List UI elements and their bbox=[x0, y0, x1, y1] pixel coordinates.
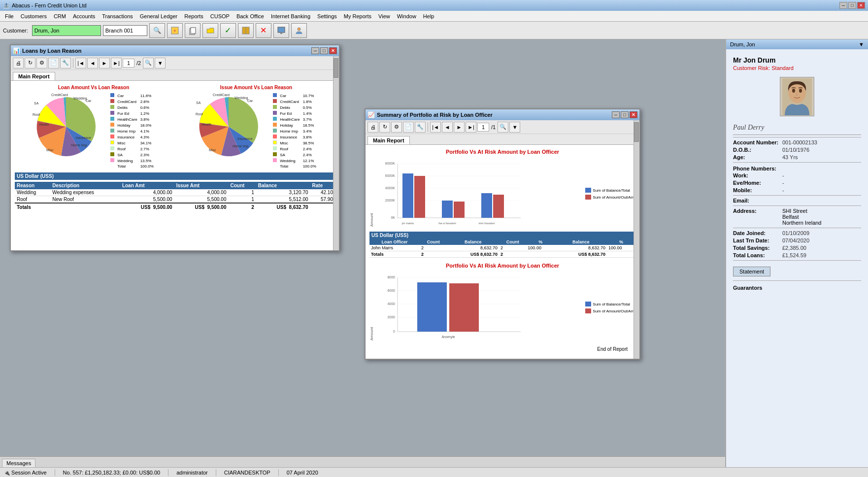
menu-my-reports[interactable]: My Reports bbox=[341, 12, 374, 20]
copy-button[interactable] bbox=[185, 23, 200, 38]
address-line2: Belfast bbox=[782, 214, 822, 220]
svg-text:Insurance: Insurance bbox=[237, 137, 253, 140]
loans-refresh-btn[interactable]: ↻ bbox=[25, 58, 35, 68]
svg-text:0K: 0K bbox=[391, 216, 395, 219]
loans-window-controls: ─ □ ✕ bbox=[311, 47, 337, 54]
legend2-item-red: Sum of Amount/Out/Arrs bbox=[585, 308, 635, 313]
user-button[interactable] bbox=[291, 23, 307, 38]
search-button[interactable]: 🔍 bbox=[149, 23, 165, 38]
divider6 bbox=[733, 260, 861, 261]
loans-zoom-btn[interactable]: 🔍 bbox=[143, 58, 154, 68]
divider2 bbox=[733, 162, 861, 163]
address-block: SHI Street Belfast Northern Ireland bbox=[782, 208, 822, 226]
portfolio-restore-btn[interactable]: □ bbox=[621, 111, 629, 118]
loans-filter-btn[interactable]: 🔧 bbox=[60, 58, 71, 68]
portfolio-scroll-thumb[interactable] bbox=[634, 122, 639, 142]
portfolio-zoom-btn[interactable]: 🔍 bbox=[498, 122, 508, 133]
menu-general-ledger[interactable]: General Ledger bbox=[137, 12, 180, 20]
menu-settings[interactable]: Settings bbox=[314, 12, 340, 20]
loans-nav-prev[interactable]: ◄ bbox=[87, 58, 98, 68]
minimize-button[interactable]: ─ bbox=[839, 2, 847, 9]
new-button[interactable]: + bbox=[167, 23, 183, 38]
loans-restore-btn[interactable]: □ bbox=[320, 47, 328, 54]
portfolio-filter-btn[interactable]: 🔧 bbox=[415, 122, 426, 133]
loans-page-input[interactable] bbox=[123, 59, 134, 68]
close-button[interactable]: ✕ bbox=[857, 2, 865, 9]
messages-tab[interactable]: Messages bbox=[2, 459, 35, 467]
svg-text:6000K: 6000K bbox=[385, 174, 396, 177]
svg-text:jm mains: jm mains bbox=[401, 222, 414, 225]
menu-view[interactable]: View bbox=[375, 12, 393, 20]
statement-button[interactable]: Statement bbox=[733, 267, 770, 276]
sep2 bbox=[428, 122, 428, 132]
branch-input[interactable] bbox=[103, 25, 147, 36]
bar-chart1-legend: Sum of Balance/Total Sum of Amount/Out/A… bbox=[585, 159, 635, 229]
open-button[interactable] bbox=[202, 23, 218, 38]
divider4 bbox=[733, 205, 861, 206]
divider7 bbox=[733, 280, 861, 281]
portfolio-settings-btn[interactable]: ⚙ bbox=[391, 122, 402, 133]
loans-settings-btn[interactable]: ⚙ bbox=[36, 58, 47, 68]
portfolio-refresh-btn[interactable]: ↻ bbox=[379, 122, 390, 133]
menu-cusop[interactable]: CUSOP bbox=[207, 12, 233, 20]
loans-close-btn[interactable]: ✕ bbox=[329, 47, 337, 54]
portfolio-zoom-menu[interactable]: ▼ bbox=[509, 122, 520, 133]
cancel-button[interactable]: ✕ bbox=[256, 23, 271, 38]
portfolio-export-btn[interactable]: 📄 bbox=[403, 122, 414, 133]
loans-content: Loan Amount Vs Loan Reason bbox=[11, 81, 339, 250]
loans-scroll-thumb[interactable] bbox=[334, 58, 338, 78]
menu-transactions[interactable]: Transactions bbox=[99, 12, 136, 20]
charts-row: Loan Amount Vs Loan Reason bbox=[13, 83, 337, 171]
legend-red-label: Sum of Amount/Out/Arrs bbox=[593, 195, 635, 200]
portfolio-print-btn[interactable]: 🖨 bbox=[367, 122, 378, 133]
svg-text:6000: 6000 bbox=[387, 289, 395, 292]
customer-input[interactable] bbox=[32, 25, 101, 36]
menu-accounts[interactable]: Accounts bbox=[70, 12, 98, 20]
y-axis-label: Amount bbox=[369, 159, 374, 229]
menu-window[interactable]: Window bbox=[394, 12, 419, 20]
financial-info: No. 557: £1,250,182.33; £0.00: US$0.00 bbox=[63, 470, 161, 476]
svg-text:2000K: 2000K bbox=[385, 199, 396, 202]
menu-internet-banking[interactable]: Internet Banking bbox=[268, 12, 313, 20]
loans-zoom-menu[interactable]: ▼ bbox=[155, 58, 166, 68]
tick-button[interactable]: ✓ bbox=[220, 23, 236, 38]
loans-minimize-btn[interactable]: ─ bbox=[311, 47, 319, 54]
loans-window-icon: 📊 bbox=[13, 47, 20, 54]
portfolio-minimize-btn[interactable]: ─ bbox=[612, 111, 620, 118]
portfolio-nav-next[interactable]: ► bbox=[454, 122, 465, 133]
legend2-red-icon bbox=[585, 308, 591, 313]
date-joined-value: 01/10/2009 bbox=[782, 230, 809, 236]
menu-crm[interactable]: CRM bbox=[51, 12, 69, 20]
loans-window-titlebar: 📊 Loans by Loan Reason ─ □ ✕ bbox=[11, 45, 339, 56]
loans-export-btn[interactable]: 📄 bbox=[48, 58, 59, 68]
menu-reports[interactable]: Reports bbox=[181, 12, 206, 20]
svg-text:+: + bbox=[173, 28, 176, 34]
loans-print-btn[interactable]: 🖨 bbox=[13, 58, 24, 68]
machine-info: CIARANDESKTOP bbox=[224, 470, 270, 476]
menu-file[interactable]: File bbox=[2, 12, 17, 20]
portfolio-nav-last[interactable]: ►| bbox=[466, 122, 476, 133]
svg-text:4000: 4000 bbox=[387, 302, 395, 306]
svg-rect-58 bbox=[417, 282, 447, 332]
menu-customers[interactable]: Customers bbox=[18, 12, 50, 20]
bar-chart1-area: Amount 8000K bbox=[367, 157, 637, 231]
loans-main-report-tab[interactable]: Main Report bbox=[13, 72, 55, 80]
portfolio-data-section: US Dollar (USS) Loan Officer Count Balan… bbox=[367, 231, 637, 259]
loans-nav-last[interactable]: ►| bbox=[111, 58, 122, 68]
portfolio-page-input[interactable] bbox=[477, 123, 489, 132]
menu-back-office[interactable]: Back Office bbox=[234, 12, 267, 20]
menu-help[interactable]: Help bbox=[420, 12, 437, 20]
panel-close-btn[interactable]: ▼ bbox=[859, 41, 864, 47]
monitor-button[interactable] bbox=[273, 23, 289, 38]
portfolio-close-btn[interactable]: ✕ bbox=[630, 111, 637, 118]
mobile-label: Mobile: bbox=[733, 187, 782, 193]
portfolio-scrollbar[interactable] bbox=[634, 120, 639, 359]
loans-nav-first[interactable]: |◄ bbox=[75, 58, 86, 68]
portfolio-main-report-tab[interactable]: Main Report bbox=[367, 136, 410, 144]
loans-nav-next[interactable]: ► bbox=[99, 58, 110, 68]
portfolio-nav-prev[interactable]: ◄ bbox=[442, 122, 453, 133]
maximize-button[interactable]: □ bbox=[848, 2, 856, 9]
book-button[interactable] bbox=[238, 23, 254, 38]
loans-scrollbar[interactable] bbox=[333, 56, 339, 250]
portfolio-nav-first[interactable]: |◄ bbox=[430, 122, 441, 133]
